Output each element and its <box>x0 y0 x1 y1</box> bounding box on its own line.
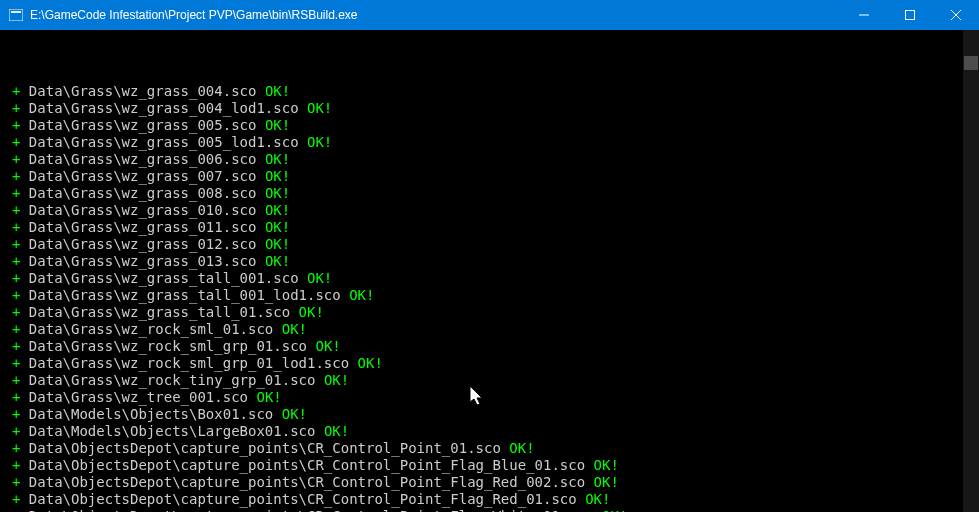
plus-prefix: + <box>12 304 29 320</box>
file-path: Data\Grass\wz_rock_sml_01.sco <box>29 321 273 337</box>
svg-rect-1 <box>11 11 21 13</box>
console-line: + Data\Grass\wz_grass_005_lod1.sco OK! <box>12 134 975 151</box>
plus-prefix: + <box>12 491 29 507</box>
console-line: + Data\Grass\wz_rock_tiny_grp_01.sco OK! <box>12 372 975 389</box>
console-line: + Data\Grass\wz_grass_008.sco OK! <box>12 185 975 202</box>
status-ok: OK! <box>307 100 332 116</box>
plus-prefix: + <box>12 100 29 116</box>
plus-prefix: + <box>12 457 29 473</box>
titlebar[interactable]: E:\GameCode Infestation\Project PVP\Game… <box>0 0 979 30</box>
status-ok: OK! <box>265 219 290 235</box>
minimize-button[interactable] <box>841 0 887 30</box>
window-controls <box>841 0 979 30</box>
console-line: + Data\Grass\wz_rock_sml_grp_01.sco OK! <box>12 338 975 355</box>
plus-prefix: + <box>12 185 29 201</box>
app-icon <box>8 7 24 23</box>
console-line: + Data\Grass\wz_grass_010.sco OK! <box>12 202 975 219</box>
status-ok: OK! <box>299 304 324 320</box>
file-path: Data\Grass\wz_grass_005.sco <box>29 117 257 133</box>
plus-prefix: + <box>12 372 29 388</box>
window-title: E:\GameCode Infestation\Project PVP\Game… <box>30 8 841 22</box>
status-ok: OK! <box>265 168 290 184</box>
status-ok: OK! <box>358 355 383 371</box>
status-ok: OK! <box>282 406 307 422</box>
console-line: + Data\ObjectsDepot\capture_points\CR_Co… <box>12 474 975 491</box>
plus-prefix: + <box>12 117 29 133</box>
status-ok: OK! <box>265 236 290 252</box>
file-path: Data\Grass\wz_rock_sml_grp_01.sco <box>29 338 307 354</box>
console-line: + Data\Grass\wz_grass_tall_001_lod1.sco … <box>12 287 975 304</box>
plus-prefix: + <box>12 321 29 337</box>
console-line: + Data\Grass\wz_tree_001.sco OK! <box>12 389 975 406</box>
file-path: Data\ObjectsDepot\capture_points\CR_Cont… <box>29 474 585 490</box>
file-path: Data\Grass\wz_rock_tiny_grp_01.sco <box>29 372 316 388</box>
console-line: + Data\Grass\wz_grass_005.sco OK! <box>12 117 975 134</box>
console-line: + Data\Grass\wz_grass_011.sco OK! <box>12 219 975 236</box>
status-ok: OK! <box>509 440 534 456</box>
status-ok: OK! <box>349 287 374 303</box>
file-path: Data\Grass\wz_grass_013.sco <box>29 253 257 269</box>
file-path: Data\Grass\wz_rock_sml_grp_01_lod1.sco <box>29 355 349 371</box>
status-ok: OK! <box>594 474 619 490</box>
console-line: + Data\Models\Objects\LargeBox01.sco OK! <box>12 423 975 440</box>
console-line: + Data\ObjectsDepot\capture_points\CR_Co… <box>12 457 975 474</box>
file-path: Data\ObjectsDepot\capture_points\CR_Cont… <box>29 508 594 512</box>
file-path: Data\ObjectsDepot\capture_points\CR_Cont… <box>29 457 585 473</box>
plus-prefix: + <box>12 168 29 184</box>
console-line: + Data\ObjectsDepot\capture_points\CR_Co… <box>12 491 975 508</box>
file-path: Data\Grass\wz_grass_007.sco <box>29 168 257 184</box>
status-ok: OK! <box>265 185 290 201</box>
console-line: + Data\ObjectsDepot\capture_points\CR_Co… <box>12 508 975 512</box>
status-ok: OK! <box>324 423 349 439</box>
console-line: + Data\Models\Objects\Box01.sco OK! <box>12 406 975 423</box>
file-path: Data\Grass\wz_grass_011.sco <box>29 219 257 235</box>
close-button[interactable] <box>933 0 979 30</box>
status-ok: OK! <box>265 151 290 167</box>
status-ok: OK! <box>307 270 332 286</box>
scrollbar-track[interactable] <box>963 30 979 512</box>
status-ok: OK! <box>594 457 619 473</box>
plus-prefix: + <box>12 440 29 456</box>
file-path: Data\Grass\wz_grass_010.sco <box>29 202 257 218</box>
file-path: Data\Grass\wz_grass_004_lod1.sco <box>29 100 299 116</box>
plus-prefix: + <box>12 355 29 371</box>
console-line: + Data\Grass\wz_rock_sml_grp_01_lod1.sco… <box>12 355 975 372</box>
status-ok: OK! <box>265 83 290 99</box>
console-line: + Data\Grass\wz_rock_sml_01.sco OK! <box>12 321 975 338</box>
status-ok: OK! <box>265 253 290 269</box>
plus-prefix: + <box>12 219 29 235</box>
plus-prefix: + <box>12 338 29 354</box>
status-ok: OK! <box>307 134 332 150</box>
plus-prefix: + <box>12 508 29 512</box>
file-path: Data\Grass\wz_grass_004.sco <box>29 83 257 99</box>
plus-prefix: + <box>12 134 29 150</box>
status-ok: OK! <box>602 508 627 512</box>
svg-rect-0 <box>9 9 23 21</box>
plus-prefix: + <box>12 236 29 252</box>
console-line: + Data\Grass\wz_grass_004_lod1.sco OK! <box>12 100 975 117</box>
status-ok: OK! <box>585 491 610 507</box>
svg-rect-3 <box>906 11 915 20</box>
console-line: + Data\Grass\wz_grass_tall_01.sco OK! <box>12 304 975 321</box>
maximize-button[interactable] <box>887 0 933 30</box>
plus-prefix: + <box>12 270 29 286</box>
scrollbar-thumb[interactable] <box>964 56 978 70</box>
file-path: Data\Grass\wz_grass_tall_001.sco <box>29 270 299 286</box>
file-path: Data\Grass\wz_tree_001.sco <box>29 389 248 405</box>
plus-prefix: + <box>12 389 29 405</box>
plus-prefix: + <box>12 151 29 167</box>
console-output[interactable]: + Data\Grass\wz_grass_004.sco OK!+ Data\… <box>0 30 979 512</box>
file-path: Data\Grass\wz_grass_tall_001_lod1.sco <box>29 287 341 303</box>
console-line: + Data\Grass\wz_grass_tall_001.sco OK! <box>12 270 975 287</box>
status-ok: OK! <box>315 338 340 354</box>
file-path: Data\Grass\wz_grass_008.sco <box>29 185 257 201</box>
plus-prefix: + <box>12 253 29 269</box>
file-path: Data\ObjectsDepot\capture_points\CR_Cont… <box>29 440 501 456</box>
console-line: + Data\Grass\wz_grass_012.sco OK! <box>12 236 975 253</box>
file-path: Data\Grass\wz_grass_tall_01.sco <box>29 304 290 320</box>
plus-prefix: + <box>12 406 29 422</box>
plus-prefix: + <box>12 423 29 439</box>
file-path: Data\ObjectsDepot\capture_points\CR_Cont… <box>29 491 577 507</box>
plus-prefix: + <box>12 202 29 218</box>
file-path: Data\Models\Objects\LargeBox01.sco <box>29 423 316 439</box>
